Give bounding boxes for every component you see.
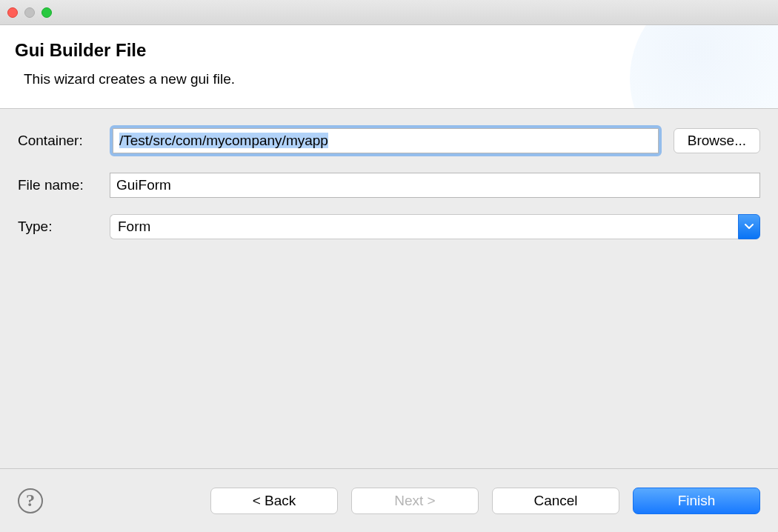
- help-icon[interactable]: ?: [18, 488, 43, 513]
- wizard-subtitle: This wizard creates a new gui file.: [24, 71, 763, 87]
- wizard-footer: ? < Back Next > Cancel Finish: [0, 468, 778, 532]
- chevron-down-icon: [738, 214, 760, 239]
- filename-input[interactable]: [110, 173, 760, 198]
- type-select-value: Form: [110, 214, 738, 239]
- container-label: Container:: [18, 133, 110, 149]
- filename-label: File name:: [18, 177, 110, 193]
- container-input[interactable]: /Test/src/com/mycompany/myapp: [113, 128, 659, 153]
- browse-button[interactable]: Browse...: [674, 128, 760, 153]
- window-close-button[interactable]: [7, 7, 18, 18]
- window-maximize-button[interactable]: [41, 7, 52, 18]
- finish-button[interactable]: Finish: [633, 488, 760, 514]
- cancel-button[interactable]: Cancel: [492, 488, 619, 514]
- container-input-focus-ring: /Test/src/com/mycompany/myapp: [110, 125, 662, 156]
- type-label: Type:: [18, 219, 110, 235]
- titlebar: [0, 0, 778, 25]
- window-minimize-button[interactable]: [24, 7, 35, 18]
- wizard-form: Container: /Test/src/com/mycompany/myapp…: [0, 109, 778, 272]
- wizard-header: Gui Builder File This wizard creates a n…: [0, 25, 778, 109]
- next-button: Next >: [351, 488, 479, 514]
- back-button[interactable]: < Back: [210, 488, 338, 514]
- wizard-title: Gui Builder File: [15, 40, 763, 61]
- type-select[interactable]: Form: [110, 214, 760, 239]
